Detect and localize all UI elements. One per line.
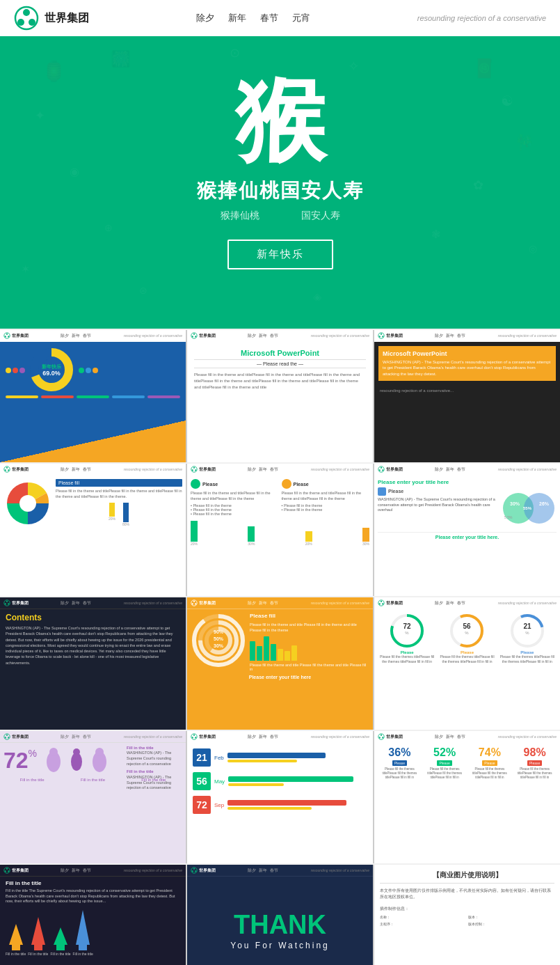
s1-right-dots xyxy=(79,368,98,373)
nav-item-3[interactable]: 元宵 xyxy=(292,12,310,24)
please-fill-tag: Please fill xyxy=(56,479,182,487)
slide-10-text: Fill in the title WASHINGTON (AP) - The … xyxy=(127,745,182,791)
date-21: 21 xyxy=(193,748,211,767)
svg-point-57 xyxy=(6,601,8,602)
svg-point-108 xyxy=(6,868,8,870)
slide-grid-row3: 世界集团 除夕新年春节 resounding rejection of a co… xyxy=(0,597,560,730)
stat-98: 98% Please Please fill the themes titleP… xyxy=(513,746,557,780)
svg-point-94 xyxy=(49,748,58,756)
stat-21: 21 % Please Please fill the themes title… xyxy=(499,613,556,664)
slide-8-header: 世界集团 除夕新年春节 resounding rejection of a co… xyxy=(187,597,373,609)
svg-point-47 xyxy=(381,467,382,469)
svg-point-105 xyxy=(379,737,381,738)
svg-point-48 xyxy=(379,469,381,471)
big-72: 72 xyxy=(3,749,29,771)
slide-8-content: 90% 50% 30% Please fill Please fill in t… xyxy=(187,609,373,675)
svg-point-31 xyxy=(192,336,193,337)
svg-point-45 xyxy=(195,469,196,471)
slide-3: 世界集团 除夕新年春节 resounding rejection of a co… xyxy=(374,330,560,462)
bar-may xyxy=(228,776,367,786)
hero-btn[interactable]: 新年快乐 xyxy=(227,240,333,269)
please-enter-title2: Please enter your title here. xyxy=(378,532,557,540)
svg-text:21: 21 xyxy=(523,622,531,630)
svg-text:5.5%: 5.5% xyxy=(504,515,513,519)
slide-1-header: 世界集团 除夕新年春节 resounding rejection of a co… xyxy=(0,330,186,342)
slide-8: 世界集团 除夕新年春节 resounding rejection of a co… xyxy=(187,597,373,730)
72-percent: % xyxy=(29,748,37,759)
slide-4-bars: 20% 80% xyxy=(56,503,182,526)
slide-3-body: WASHINGTON (AP) - The Supreme Court's re… xyxy=(383,359,552,377)
nav-item-1[interactable]: 新年 xyxy=(228,12,246,24)
s1-color-bar xyxy=(0,393,186,401)
svg-text:%: % xyxy=(465,631,470,635)
ms-sub: — Please read the — xyxy=(194,359,366,368)
slide-9-header: 世界集团 除夕新年春节 resounding rejection of a co… xyxy=(374,597,560,609)
contents-title: Contents xyxy=(6,613,180,622)
nav-item-2[interactable]: 春节 xyxy=(260,12,278,24)
slide-12-header: 世界集团 除夕新年春节 resounding rejection of a co… xyxy=(374,731,560,743)
you-for-watching: You For Watching xyxy=(230,941,330,950)
svg-point-75 xyxy=(379,603,381,604)
slide-2-header: 世界集团 除夕新年春节 resounding rejection of a co… xyxy=(187,330,373,342)
fill-title-13: Fill in the title xyxy=(6,880,180,886)
slide-9: 世界集团 除夕新年春节 resounding rejection of a co… xyxy=(374,597,560,730)
stat-56: 56 % Please Please fill the themes title… xyxy=(438,613,495,664)
slide-14-content: THANK You For Watching xyxy=(187,877,373,965)
slide-11-content: 21 Feb 56 May 72 Sep xyxy=(187,743,373,819)
slide-11: 世界集团 除夕新年春节 resounding rejection of a co… xyxy=(187,731,373,863)
svg-point-36 xyxy=(382,336,383,337)
svg-point-76 xyxy=(382,603,383,604)
hero-subtitle-right: 国安人寿 xyxy=(301,210,340,222)
svg-point-101 xyxy=(192,737,193,738)
please-enter-title: Please enter your title here xyxy=(378,479,557,485)
slide-3-title: Microsoft PowerPoint xyxy=(383,350,552,357)
s1-left-dots xyxy=(6,368,25,373)
svg-text:◈: ◈ xyxy=(313,291,322,301)
slide-8-footer: Please enter your title here xyxy=(187,675,373,682)
logo-text: 世界集团 xyxy=(45,11,89,26)
svg-text:%: % xyxy=(405,631,409,635)
slide-5-header: 世界集团 除夕新年春节 resounding rejection of a co… xyxy=(187,464,373,476)
svg-text:30%: 30% xyxy=(214,643,224,648)
svg-text:50%: 50% xyxy=(214,636,224,641)
svg-point-38 xyxy=(6,467,8,469)
slide-7-header: 世界集团 除夕新年春节 resounding rejection of a co… xyxy=(0,597,186,609)
nav-item-0[interactable]: 除夕 xyxy=(196,12,214,24)
svg-text:30%: 30% xyxy=(510,501,520,506)
svg-point-110 xyxy=(8,870,9,872)
bar-sep xyxy=(227,800,367,810)
svg-point-104 xyxy=(381,735,382,736)
slide-10-header: 世界集团 除夕新年春节 resounding rejection of a co… xyxy=(0,731,186,743)
slide-4: 世界集团 除夕新年春节 resounding rejection of a co… xyxy=(0,464,186,596)
svg-point-49 xyxy=(382,469,383,471)
svg-point-98 xyxy=(95,748,104,756)
slide-grid-row4: 世界集团 除夕新年春节 resounding rejection of a co… xyxy=(0,731,560,863)
svg-point-92 xyxy=(8,737,9,738)
slide-9-content: 72 % Please Please fill the themes title… xyxy=(374,609,560,668)
slide-5-content: Please Please fill in the theme and titl… xyxy=(187,476,373,549)
svg-point-3 xyxy=(29,19,35,26)
svg-text:55%: 55% xyxy=(523,506,532,510)
svg-point-74 xyxy=(381,601,382,602)
svg-point-90 xyxy=(6,735,8,736)
svg-point-41 xyxy=(19,495,36,512)
svg-point-59 xyxy=(8,603,9,604)
slide-12-content: 36% Please Please fill the themes titleP… xyxy=(374,743,560,783)
svg-point-62 xyxy=(192,603,193,604)
slide-7: 世界集团 除夕新年春节 resounding rejection of a co… xyxy=(0,597,186,730)
slide-14: 世界集团 除夕新年春节 resounding rejection of a co… xyxy=(187,865,373,965)
business-body: 本文件中所有使用图片仅作排版示例用途，不代表任何实际内容。如有任何疑问，请自行联… xyxy=(380,888,554,927)
slide-5-bottom-bars: 20% 30% 20% 30% xyxy=(191,521,369,546)
svg-point-34 xyxy=(381,334,382,335)
slide-13-header: 世界集团 除夕新年春节 resounding rejection of a co… xyxy=(0,865,186,877)
svg-point-43 xyxy=(193,467,195,469)
slide-5-col2: Please Please fill in the theme and titl… xyxy=(282,479,370,516)
svg-text:%: % xyxy=(525,631,529,635)
slide-5: 世界集团 除夕新年春节 resounding rejection of a co… xyxy=(187,464,373,596)
slide-13-arrows: Fill in the title Fill in the title Fill… xyxy=(6,908,180,958)
svg-point-112 xyxy=(193,868,195,870)
date-56: 56 xyxy=(193,772,211,790)
business-title: 【商业图片使用说明】 xyxy=(380,870,554,884)
slide-4-text: Please fill Please fill in the theme and… xyxy=(52,479,182,528)
svg-point-21 xyxy=(6,334,8,335)
